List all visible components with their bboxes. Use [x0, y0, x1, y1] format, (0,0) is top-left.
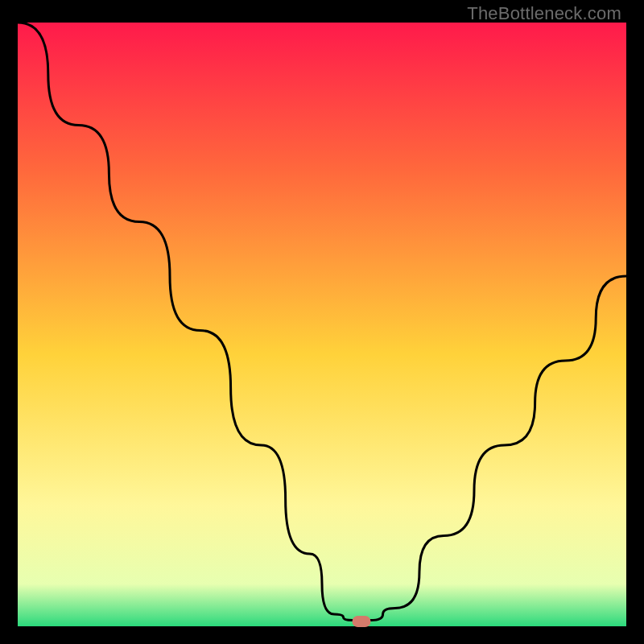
plot-area [18, 23, 626, 626]
optimum-marker [353, 616, 371, 627]
watermark-text: TheBottleneck.com [467, 3, 621, 24]
chart-frame: TheBottleneck.com [0, 0, 644, 644]
